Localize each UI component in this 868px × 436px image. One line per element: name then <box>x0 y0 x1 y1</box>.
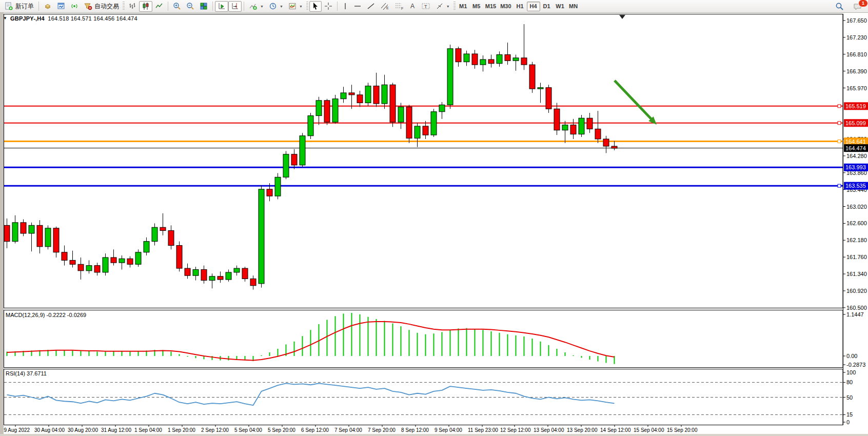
macd-bar <box>442 332 443 356</box>
candle-body <box>152 227 157 241</box>
svg-text:T: T <box>424 4 427 9</box>
separator <box>38 2 39 11</box>
macd-bar <box>310 330 311 356</box>
timeframe-button-m30[interactable]: M30 <box>498 2 513 11</box>
cursor-tool-button[interactable] <box>309 1 322 12</box>
chart-profiles-button[interactable] <box>41 1 54 12</box>
crosshair-tool-button[interactable] <box>322 1 335 12</box>
macd-bar <box>327 320 328 356</box>
candle-body <box>373 86 379 104</box>
auto-trading-button[interactable]: 自动交易 <box>81 1 122 12</box>
tile-windows-button[interactable] <box>197 1 210 12</box>
svg-text:8 Sep 12:00: 8 Sep 12:00 <box>401 427 429 433</box>
chart-canvas[interactable]: 167.650167.230166.810166.390165.970164.7… <box>0 13 868 436</box>
auto-scroll-button[interactable] <box>215 1 228 12</box>
timeframe-button-w1[interactable]: W1 <box>554 2 567 11</box>
search-button[interactable] <box>833 1 846 12</box>
trendline-tool-button[interactable] <box>364 1 378 12</box>
candle-body <box>168 231 174 246</box>
timeframe-button-m5[interactable]: M5 <box>470 2 483 11</box>
zoom-in-icon <box>173 2 181 10</box>
notifications-button[interactable]: 1 <box>851 1 865 12</box>
signals-button[interactable] <box>68 1 81 12</box>
candle-body <box>406 107 412 138</box>
fibonacci-tool-button[interactable]: F <box>392 1 406 12</box>
macd-bar <box>105 352 106 356</box>
crosshair-icon <box>324 2 332 10</box>
candle-body <box>70 260 75 264</box>
vertical-line-tool-button[interactable] <box>340 1 351 12</box>
candle-body <box>275 177 281 196</box>
svg-text:6 Sep 12:00: 6 Sep 12:00 <box>301 427 329 433</box>
zoom-out-button[interactable] <box>184 1 197 12</box>
rsi-indicator-label: RSI(14) 37.6711 <box>6 370 47 376</box>
new-order-button[interactable]: 新订单 <box>2 1 36 12</box>
macd-bar <box>72 350 73 356</box>
macd-bar <box>573 355 574 356</box>
candle-body <box>562 125 568 130</box>
svg-text:80: 80 <box>846 379 853 385</box>
candle-body <box>472 54 478 65</box>
chart-dropdown-icon[interactable]: ▼ <box>3 16 7 21</box>
market-watch-icon <box>57 2 65 10</box>
svg-text:166.810: 166.810 <box>846 51 867 57</box>
periods-button[interactable]: ▼ <box>266 1 286 12</box>
rsi-axis: 1008050150 <box>843 369 856 425</box>
timeframe-button-m1[interactable]: M1 <box>457 2 470 11</box>
macd-bar <box>335 316 336 356</box>
macd-bar <box>368 317 369 356</box>
templates-button[interactable]: ▼ <box>286 1 305 12</box>
indicators-icon <box>249 2 258 10</box>
candle-body <box>234 268 240 272</box>
market-watch-button[interactable] <box>54 1 68 12</box>
bar-chart-button[interactable] <box>126 1 139 12</box>
candlestick-chart-button[interactable] <box>139 1 152 12</box>
svg-text:165.519: 165.519 <box>845 103 866 109</box>
chart-shift-button[interactable] <box>228 1 242 12</box>
svg-text:11 Sep 23:00: 11 Sep 23:00 <box>468 427 498 433</box>
svg-text:166.390: 166.390 <box>846 68 867 74</box>
candle-body <box>242 268 248 279</box>
svg-text:1 Sep 04:00: 1 Sep 04:00 <box>134 427 162 433</box>
timeframe-button-h1[interactable]: H1 <box>514 2 527 11</box>
candle-body <box>201 269 207 280</box>
symbol-period: GBPJPY-,H4 <box>10 15 45 22</box>
macd-bar <box>97 352 98 356</box>
text-tool-button[interactable]: A <box>406 1 419 12</box>
candle-body <box>37 225 43 246</box>
candle-body <box>513 58 519 61</box>
candle-body <box>283 154 289 177</box>
timeframe-button-mn[interactable]: MN <box>567 2 580 11</box>
chart-window[interactable]: 167.650167.230166.810166.390165.970164.7… <box>0 13 868 436</box>
svg-text:15 Sep 20:00: 15 Sep 20:00 <box>667 427 698 433</box>
text-label-tool-button[interactable]: T <box>419 1 433 12</box>
indicators-button[interactable]: ▼ <box>246 1 266 12</box>
arrows-tool-button[interactable]: ▼ <box>433 1 452 12</box>
timeframe-button-d1[interactable]: D1 <box>540 2 554 11</box>
timeframe-button-m15[interactable]: M15 <box>483 2 498 11</box>
clock-icon <box>269 2 277 10</box>
macd-bar <box>113 351 114 356</box>
separator <box>306 2 308 11</box>
time-axis[interactable]: 29 Aug 202230 Aug 04:0030 Aug 20:0031 Au… <box>1 425 698 433</box>
candle-body <box>259 189 264 284</box>
candle-body <box>595 129 601 139</box>
candle-body <box>431 112 437 135</box>
macd-bar <box>532 339 533 356</box>
macd-bar <box>516 335 517 356</box>
macd-bar <box>581 356 582 358</box>
svg-text:13 Sep 20:00: 13 Sep 20:00 <box>567 427 598 433</box>
svg-text:160.920: 160.920 <box>846 288 867 294</box>
macd-bar <box>417 333 418 356</box>
line-chart-button[interactable] <box>152 1 166 12</box>
svg-text:162.180: 162.180 <box>846 237 867 243</box>
timeframe-button-h4[interactable]: H4 <box>527 2 540 11</box>
svg-text:161.340: 161.340 <box>846 271 867 277</box>
candle-body <box>439 105 445 111</box>
horizontal-line-tool-button[interactable] <box>351 1 364 12</box>
separator <box>168 2 168 11</box>
macd-bar <box>450 330 451 356</box>
macd-bar <box>557 349 558 356</box>
equidistant-channel-tool-button[interactable]: E <box>378 1 392 12</box>
zoom-in-button[interactable] <box>170 1 184 12</box>
